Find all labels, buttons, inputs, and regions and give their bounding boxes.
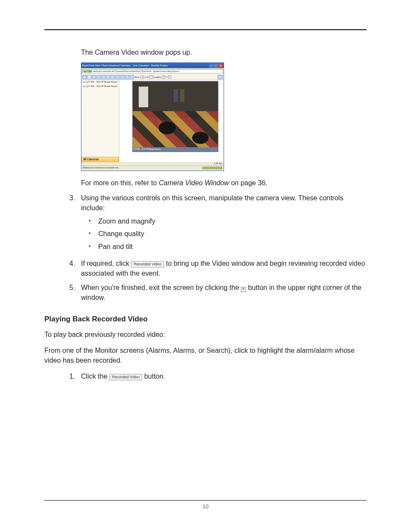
video-pane: QT404 - 4Ch IP Break Room (119, 80, 224, 162)
fps-indicator: 1.01 fps (81, 162, 224, 165)
page-footer: 10 (44, 500, 367, 510)
intro-paragraph: The Camera Video window pops up. (81, 47, 367, 57)
reference-pre: For more on this, refer to (81, 179, 159, 187)
url-text: backtrack.example.net/CameraAdvancedInte… (93, 70, 179, 72)
status-text: Waiting for backtrack.example.net... (83, 167, 120, 169)
window-minimize-button[interactable]: – (209, 64, 213, 68)
section-heading: Playing Back Recorded Video (44, 315, 367, 324)
reference-post: on page 36. (229, 179, 268, 187)
reference-link[interactable]: Camera Video Window (159, 179, 229, 187)
instruction-text: Using the various controls on this scree… (81, 194, 343, 212)
toolbar-right-icon[interactable] (218, 75, 223, 79)
list-number: 4. (69, 258, 81, 268)
reference-paragraph: For more on this, refer to Camera Video … (81, 178, 367, 188)
bullet-item: Change quality (81, 229, 367, 239)
playback-body: From one of the Monitor screens (Alarms,… (44, 345, 367, 365)
grid-option-icon[interactable] (106, 75, 110, 79)
list-number: 1. (69, 371, 81, 381)
instruction-list: 3. Using the various controls on this sc… (44, 193, 367, 303)
playback-intro: To play back previously recorded video: (44, 330, 367, 339)
status-bar: Waiting for backtrack.example.net... (81, 165, 224, 171)
url-scheme: https:// (84, 70, 92, 72)
playback-item-1: 1. Click the Recorded Video button. (44, 371, 367, 381)
video-feed[interactable] (132, 81, 218, 148)
document-page: The Camera Video window pops up. BackTra… (0, 0, 411, 381)
layout-icon[interactable] (82, 75, 87, 79)
grid-option-icon[interactable] (130, 75, 134, 79)
size-minus-button[interactable]: − (149, 75, 153, 79)
app-toolbar: Size: + 1 % − Quality: + 7 − (81, 74, 224, 80)
content-area: Liv QT 404 - 4Ch IP Break Room Liv QT 40… (81, 80, 224, 162)
url-bar[interactable]: https:// backtrack.example.net/CameraAdv… (82, 69, 223, 73)
sidebar: Liv QT 404 - 4Ch IP Break Room Liv QT 40… (81, 80, 119, 162)
recorded-video-button[interactable]: Recorded Video (131, 261, 164, 268)
sidebar-camera-item[interactable]: Liv QT 404 - 4Ch IP Break Room (81, 80, 119, 84)
instruction-pre: If required, click (81, 260, 131, 267)
quality-plus-button[interactable]: + (162, 75, 165, 79)
window-maximize-button[interactable]: □ (214, 64, 218, 68)
magnifier-icon[interactable] (87, 75, 91, 79)
grid-option-icon[interactable] (111, 75, 115, 79)
sidebar-cameras-label: Cameras (87, 158, 99, 161)
bullet-item: Pan and tilt (81, 242, 367, 252)
window-close-button[interactable]: × (218, 64, 223, 68)
browser-window: BackTrack Web Client Advanced Interface … (81, 62, 224, 171)
quality-minus-button[interactable]: − (168, 75, 171, 79)
recorded-video-button[interactable]: Recorded Video (109, 374, 142, 380)
instruction-post: button. (144, 373, 165, 380)
close-icon[interactable]: ✕ (241, 287, 246, 292)
grid-layout-group (92, 75, 134, 79)
quality-label: Quality: (153, 76, 162, 78)
list-number: 3. (69, 193, 81, 203)
size-value: 1 (144, 76, 146, 78)
instruction-item-4: 4. If required, click Recorded Video to … (44, 258, 367, 278)
size-label: Size: (134, 76, 140, 78)
size-plus-button[interactable]: + (140, 75, 144, 79)
controls-bullet-list: Zoom and magnify Change quality Pan and … (81, 216, 367, 252)
video-caption: QT404 - 4Ch IP Break Room (132, 148, 218, 152)
instruction-pre: When you're finished, exit the screen by… (81, 284, 241, 291)
sidebar-camera-item[interactable]: Liv QT 404 - 4Ch IP Break Room (81, 84, 119, 89)
grid-option-icon[interactable] (125, 75, 129, 79)
quality-value: 7 (166, 76, 167, 78)
instruction-item-3: 3. Using the various controls on this sc… (44, 193, 367, 254)
camera-video-screenshot: BackTrack Web Client Advanced Interface … (81, 62, 367, 171)
list-number: 5. (69, 283, 81, 292)
page-number: 10 (202, 503, 209, 510)
camera-icon (84, 158, 86, 160)
grid-option-icon[interactable] (101, 75, 106, 79)
size-unit: % (146, 76, 149, 78)
instruction-pre: Click the (81, 373, 109, 380)
bullet-item: Zoom and magnify (81, 216, 367, 226)
playback-list: 1. Click the Recorded Video button. (44, 371, 367, 381)
grid-option-icon[interactable] (115, 75, 120, 79)
grid-option-icon[interactable] (97, 75, 101, 79)
top-rule (44, 29, 367, 30)
grid-option-icon[interactable] (92, 75, 96, 79)
instruction-item-5: 5. When you're finished, exit the screen… (44, 283, 367, 302)
sidebar-cameras-section[interactable]: Cameras (81, 157, 119, 162)
progress-indicator (202, 167, 222, 169)
window-title: BackTrack Web Client Advanced Interface … (82, 64, 168, 67)
grid-option-icon[interactable] (120, 75, 125, 79)
window-titlebar: BackTrack Web Client Advanced Interface … (81, 63, 224, 68)
